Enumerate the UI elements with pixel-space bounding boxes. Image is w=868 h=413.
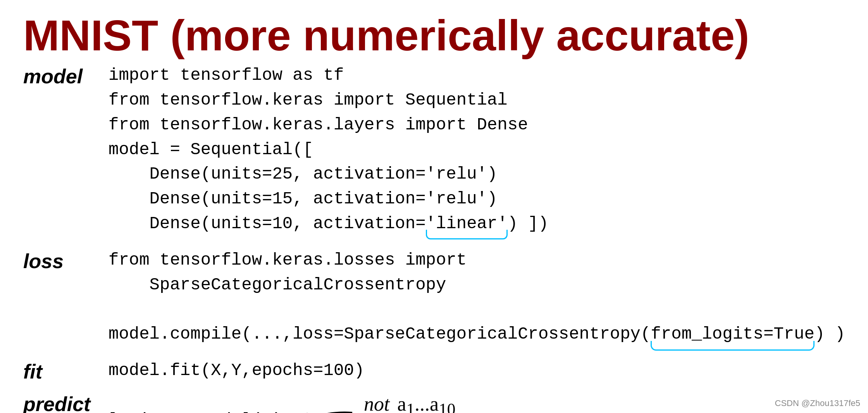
section-fit: fit model.fit(X,Y,epochs=100) [23,358,845,383]
code-line-predict-1: logits = model(X) [108,408,282,413]
code-line-fit-1: model.fit(X,Y,epochs=100) [108,358,845,383]
code-line-1: import tensorflow as tf [108,63,845,88]
content-area: model import tensorflow as tf from tenso… [23,63,845,413]
code-line-loss-2: SparseCategoricalCrossentropy [108,273,845,298]
code-line-loss-3 [108,297,845,322]
watermark: CSDN @Zhou1317fe5 [775,398,860,408]
code-block-loss: from tensorflow.keras.losses import Spar… [108,248,845,347]
code-block-model: import tensorflow as tf from tensorflow.… [108,63,845,236]
annotation-not: not [364,391,389,413]
section-predict: predict logits = model(X) [23,391,845,413]
code-line-7: Dense(units=10, activation='linear') ]) [108,212,845,236]
arrow-icon [290,407,360,413]
code-line-loss-4: model.compile(...,loss=SparseCategorical… [108,322,845,347]
section-label-loss: loss [23,248,108,273]
code-line-4: model = Sequential([ [108,138,845,162]
section-model: model import tensorflow as tf from tenso… [23,63,845,236]
section-loss: loss from tensorflow.keras.losses import… [23,248,845,347]
code-line-2: from tensorflow.keras import Sequential [108,88,845,113]
annotation-a: a1...a10 [397,391,455,413]
code-line-6: Dense(units=15, activation='relu') [108,187,845,212]
code-block-fit: model.fit(X,Y,epochs=100) [108,358,845,383]
code-line-loss-1: from tensorflow.keras.losses import [108,248,845,273]
code-block-predict-1: logits = model(X) [108,408,282,413]
page-container: MNIST (more numerically accurate) model … [0,0,868,413]
section-label-predict: predict [23,391,108,413]
section-label-fit: fit [23,358,108,383]
section-label-model: model [23,63,108,88]
code-line-3: from tensorflow.keras.layers import Dens… [108,113,845,138]
page-title: MNIST (more numerically accurate) [23,12,845,59]
code-line-5: Dense(units=25, activation='relu') [108,162,845,187]
